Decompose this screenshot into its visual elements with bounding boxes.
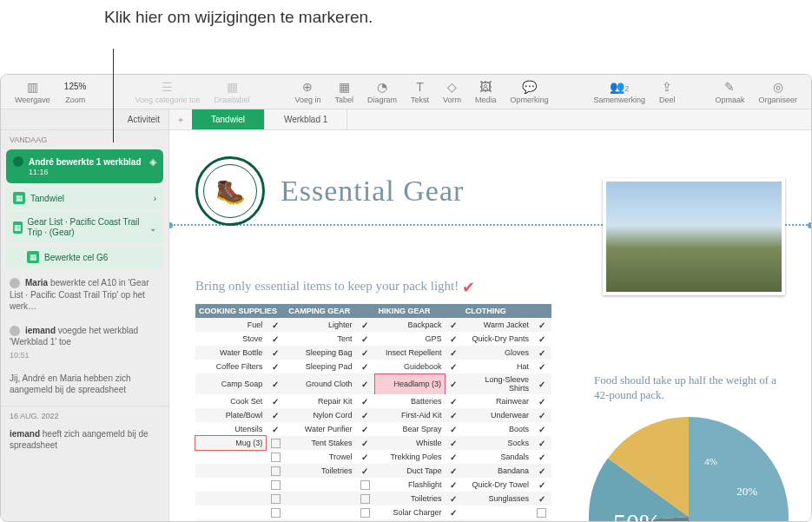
cell-name[interactable]: Flashlight <box>374 478 445 492</box>
cell-name[interactable]: Sunglasses <box>462 492 532 505</box>
cell-name[interactable]: Tent Stakes <box>285 436 355 450</box>
cell-name[interactable]: Plate/Bowl <box>195 408 266 422</box>
sidebar-tab-activity[interactable]: Activiteit <box>1 109 168 130</box>
cell-name[interactable] <box>195 492 266 505</box>
cell-checkbox[interactable] <box>532 332 551 346</box>
cell-checkbox[interactable] <box>532 492 551 505</box>
cell-checkbox[interactable] <box>446 422 462 436</box>
cell-name[interactable]: Insect Repellent <box>374 346 445 360</box>
cell-checkbox[interactable] <box>532 478 551 492</box>
cell-checkbox[interactable] <box>355 394 374 408</box>
cell-checkbox[interactable] <box>355 408 374 422</box>
cell-name[interactable]: Lighter <box>285 318 355 332</box>
cell-name[interactable]: Backpack <box>374 318 445 332</box>
activity-sub-cell[interactable]: ▦ Bewerkte cel G6 <box>6 246 163 268</box>
table-row[interactable]: Coffee FiltersSleeping PadGuidebookHat <box>195 360 551 373</box>
cell-checkbox[interactable] <box>446 408 462 422</box>
cell-checkbox[interactable] <box>266 478 285 492</box>
cell-checkbox[interactable] <box>355 436 374 450</box>
cell-checkbox[interactable] <box>446 346 462 360</box>
table-row[interactable]: FuelLighterBackpackWarm Jacket <box>195 318 551 332</box>
cell-checkbox[interactable] <box>266 505 285 519</box>
activity-entry-iemand1[interactable]: iemand voegde het werkblad 'Werkblad 1' … <box>1 319 168 367</box>
toolbar-opmerking[interactable]: 💬Opmerking <box>504 80 556 104</box>
cell-name[interactable]: Batteries <box>374 394 445 408</box>
cell-checkbox[interactable] <box>355 464 374 478</box>
cell-name[interactable]: Headlamp (3) <box>374 373 445 394</box>
cell-checkbox[interactable] <box>446 478 462 492</box>
cell-name[interactable] <box>462 519 532 521</box>
toolbar-diagram[interactable]: ◔Diagram <box>360 80 404 104</box>
cell-name[interactable]: Coffee Filters <box>195 360 266 373</box>
cell-checkbox[interactable] <box>446 332 462 346</box>
cell-checkbox[interactable] <box>532 464 551 478</box>
cell-name[interactable]: Toiletries <box>285 464 355 478</box>
cell-checkbox[interactable] <box>266 436 285 450</box>
cell-checkbox[interactable] <box>266 450 285 464</box>
toolbar-tabel[interactable]: ▦Tabel <box>327 80 360 104</box>
gear-table[interactable]: COOKING SUPPLIES CAMPING GEAR HIKING GEA… <box>195 304 551 521</box>
cell-checkbox[interactable] <box>266 346 285 360</box>
toolbar-tekst[interactable]: TTekst <box>404 80 436 104</box>
cell-name[interactable]: Bandana <box>462 464 532 478</box>
cell-name[interactable]: Sleeping Bag <box>285 346 355 360</box>
cell-name[interactable]: Fuel <box>195 318 266 332</box>
toolbar-deel[interactable]: ⇪Deel <box>652 80 683 104</box>
cell-name[interactable]: Repair Kit <box>285 394 355 408</box>
cell-name[interactable] <box>285 478 355 492</box>
cell-name[interactable]: Nylon Cord <box>285 408 355 422</box>
cell-checkbox[interactable] <box>266 492 285 505</box>
cell-checkbox[interactable] <box>532 505 551 519</box>
cell-name[interactable]: Camp Soap <box>195 373 266 394</box>
table-row[interactable]: Pocket Knife <box>195 519 551 521</box>
cell-checkbox[interactable] <box>532 422 551 436</box>
cell-name[interactable] <box>195 450 266 464</box>
table-row[interactable]: UtensilsWater PurifierBear SprayBoots <box>195 422 551 436</box>
activity-sub-gearlist[interactable]: ▦ Gear List · Pacific Coast Trail Trip ·… <box>6 212 163 243</box>
cell-checkbox[interactable] <box>266 464 285 478</box>
cell-checkbox[interactable] <box>532 394 551 408</box>
cell-name[interactable]: Trekking Poles <box>374 450 445 464</box>
cell-checkbox[interactable] <box>446 394 462 408</box>
cell-checkbox[interactable] <box>532 346 551 360</box>
activity-card-andre[interactable]: André bewerkte 1 werkblad 11:16 ◈ <box>6 149 163 183</box>
activity-sub-tandwiel[interactable]: ▦ Tandwiel › <box>6 187 163 209</box>
cell-checkbox[interactable] <box>532 450 551 464</box>
cell-checkbox[interactable] <box>266 422 285 436</box>
cell-name[interactable]: GPS <box>374 332 445 346</box>
cell-name[interactable] <box>285 519 355 521</box>
add-sheet-button[interactable]: ＋ <box>169 109 192 129</box>
cell-name[interactable] <box>195 519 266 521</box>
cell-name[interactable]: Water Bottle <box>195 346 266 360</box>
cell-checkbox[interactable] <box>446 318 462 332</box>
toolbar-organiseer[interactable]: ◎Organiseer <box>751 80 804 104</box>
toolbar-media[interactable]: 🖼Media <box>468 80 504 104</box>
cell-name[interactable] <box>462 505 532 519</box>
cell-checkbox[interactable] <box>355 519 374 521</box>
cell-name[interactable] <box>195 505 266 519</box>
cell-name[interactable] <box>195 478 266 492</box>
cell-name[interactable]: Whistle <box>374 436 445 450</box>
cell-name[interactable]: Sandals <box>462 450 532 464</box>
cell-checkbox[interactable] <box>532 436 551 450</box>
cell-name[interactable] <box>285 492 355 505</box>
spreadsheet-canvas[interactable]: ＋ Tandwiel Werkblad 1 🥾 Essential Gear B… <box>169 109 811 521</box>
cell-name[interactable]: Toiletries <box>374 492 445 505</box>
toolbar-weergave[interactable]: ▥Weergave <box>8 80 57 104</box>
cell-name[interactable]: Pocket Knife <box>374 519 445 521</box>
cell-name[interactable]: Guidebook <box>374 360 445 373</box>
tab-tandwiel[interactable]: Tandwiel <box>192 109 265 129</box>
cell-name[interactable]: Rainwear <box>462 394 532 408</box>
table-row[interactable]: Plate/BowlNylon CordFirst-Aid KitUnderwe… <box>195 408 551 422</box>
cell-name[interactable]: Warm Jacket <box>462 318 532 332</box>
cell-name[interactable]: Solar Charger <box>374 505 445 519</box>
cell-checkbox[interactable] <box>266 373 285 394</box>
cell-checkbox[interactable] <box>266 318 285 332</box>
cell-name[interactable]: Long-Sleeve Shirts <box>462 373 532 394</box>
table-row[interactable]: StoveTentGPSQuick-Dry Pants <box>195 332 551 346</box>
cell-checkbox[interactable] <box>355 318 374 332</box>
cell-name[interactable]: First-Aid Kit <box>374 408 445 422</box>
cell-checkbox[interactable] <box>355 422 374 436</box>
cell-checkbox[interactable] <box>532 519 551 521</box>
cell-checkbox[interactable] <box>446 505 462 519</box>
